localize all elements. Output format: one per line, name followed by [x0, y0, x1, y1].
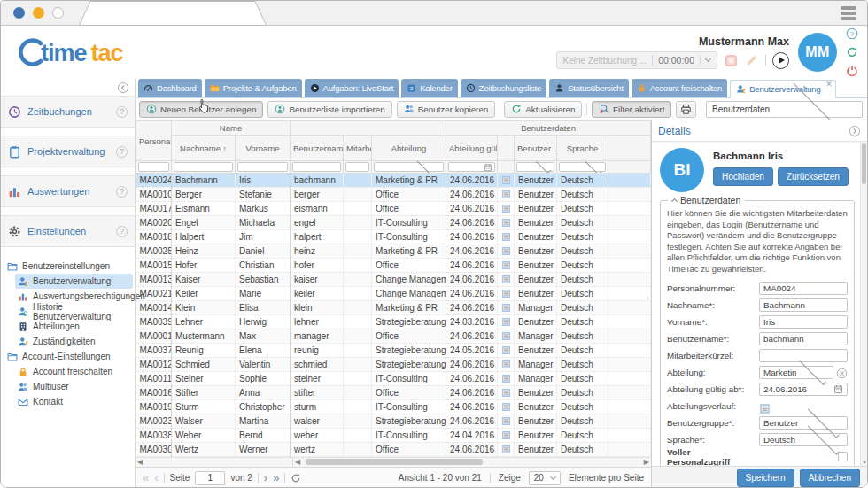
import-user-list-button[interactable]: Benutzerliste importieren	[267, 101, 391, 118]
personalnummer-field[interactable]	[759, 282, 848, 295]
department-history-button[interactable]	[501, 218, 511, 228]
department-history-button[interactable]	[501, 289, 511, 298]
tab-account-freischalten[interactable]: Account freischalten	[632, 79, 728, 97]
abteilung-gueltig-ab-date-field[interactable]: 24.06.2016	[759, 383, 848, 396]
start-tracking-button[interactable]	[772, 52, 789, 69]
department-history-button[interactable]	[501, 232, 511, 242]
filter-select-abteilung[interactable]	[374, 162, 444, 172]
department-history-button[interactable]	[501, 430, 511, 440]
table-row[interactable]: MA0025HeinzDanielheinzMarketing & PR24.0…	[136, 244, 651, 259]
table-row[interactable]: MA0015HoferChristianhoferOffice24.06.201…	[136, 259, 651, 273]
tab-kalender[interactable]: Kalender	[401, 79, 457, 97]
panel-splitter-handle[interactable]: ›	[647, 294, 649, 302]
logout-power-icon[interactable]	[846, 65, 858, 77]
department-history-button[interactable]	[501, 190, 511, 199]
chevron-down-icon[interactable]	[705, 56, 711, 62]
clear-selection-icon[interactable]	[836, 365, 848, 381]
sidebar-item-projektverwaltung[interactable]: Projektverwaltung?	[1, 136, 135, 167]
tree-item-benutzereinstellungen[interactable]: Benutzereinstellungen	[4, 259, 133, 274]
table-row[interactable]: MA0020EngelMichaelaengelIT-Consulting24.…	[136, 216, 651, 230]
time-tracking-widget[interactable]: Keine Zeitbuchung ... 00:00:00	[556, 51, 717, 69]
tab-aufgaben-livestart[interactable]: Aufgaben: LiveStart	[305, 79, 399, 97]
tab-zeitbuchungsliste[interactable]: Zeitbuchungsliste	[461, 79, 547, 97]
department-history-button[interactable]	[501, 275, 511, 284]
department-history-button[interactable]	[501, 260, 511, 270]
table-row[interactable]: MA0039LehnerHerwiglehnerStrategieberatun…	[136, 315, 651, 329]
vorname-field[interactable]	[759, 315, 848, 329]
table-row[interactable]: MA0024BachmannIrisbachmannMarketing & PR…	[136, 174, 651, 188]
filter-input-personalnummer[interactable]	[138, 162, 169, 172]
details-expand-icon[interactable]	[849, 125, 861, 137]
help-icon[interactable]: ?	[116, 186, 128, 198]
new-user-button[interactable]: Neuen Benutzer anlegen	[139, 101, 263, 118]
filter-date-gueltig-ab[interactable]	[448, 162, 495, 172]
tree-item-account-freischalten[interactable]: Account freischalten	[15, 364, 133, 379]
print-button[interactable]	[676, 101, 696, 118]
scrollbar-thumb[interactable]	[306, 459, 483, 465]
collapse-section-icon[interactable]	[671, 198, 678, 204]
help-icon[interactable]: ?	[116, 146, 128, 158]
scroll-down-arrow[interactable]: ▼	[862, 460, 867, 465]
table-row[interactable]: MA0016StifterAnnastifterOffice24.06.2016…	[136, 386, 651, 400]
filter-input-benutzername[interactable]	[292, 162, 341, 172]
sidebar-item-auswertungen[interactable]: Auswertungen?	[1, 175, 135, 207]
column-header-verlauf[interactable]: Benutzer...	[515, 136, 557, 161]
department-history-button[interactable]	[501, 303, 511, 313]
window-control-maximize[interactable]	[52, 7, 64, 19]
column-header-benutzername[interactable]: Benutzername	[291, 136, 344, 161]
department-history-button[interactable]	[501, 374, 511, 383]
abteilungsverlauf-button[interactable]	[759, 400, 771, 412]
window-control-minimize[interactable]	[33, 7, 44, 19]
sidebar-item-zeitbuchungen[interactable]: Zeitbuchungen?	[1, 96, 135, 128]
table-row[interactable]: MA0011SteinerSophiesteinerIT-Consulting2…	[136, 372, 651, 386]
scrollbar-thumb[interactable]	[862, 143, 866, 184]
column-header-abteilung-gueltig-ab[interactable]: Abteilung gültig ab	[446, 136, 498, 161]
tree-item-account-einstellungen[interactable]: Account-Einstellungen	[4, 349, 133, 364]
column-header-mitarbeiterkuerzel[interactable]: Mitarbe...	[344, 136, 372, 161]
tree-item-abteilungen[interactable]: Abteilungen	[15, 319, 133, 334]
column-header-benutzergruppe[interactable]: Sprache	[557, 136, 608, 161]
filter-input-nachname[interactable]	[174, 162, 233, 172]
page-size-select[interactable]: 20	[529, 471, 561, 485]
filter-select-sprache[interactable]	[559, 162, 606, 172]
sidebar-item-einstellungen[interactable]: Einstellungen?	[1, 215, 135, 247]
table-row[interactable]: MA0019SturmChristophersturmIT-Consulting…	[136, 400, 651, 414]
table-row[interactable]: MA0021KeilerMariekeilerChange Management…	[136, 287, 651, 301]
voller-personalzugriff-checkbox[interactable]	[838, 452, 848, 461]
table-row[interactable]: MA0037ReunigElenareunigStrategieberatung…	[136, 344, 651, 358]
browser-menu-icon[interactable]	[841, 6, 856, 20]
table-row[interactable]: MA0010BergerStefaniebergerOffice24.06.20…	[136, 188, 651, 202]
benutzergruppe-select[interactable]: Benutzer	[759, 416, 848, 430]
department-history-button[interactable]	[501, 416, 511, 426]
table-row[interactable]: MA0038WeberBerndweberIT-Consulting24.04.…	[136, 429, 651, 443]
table-row[interactable]: MA0018HalpertJimhalpertIT-Consulting24.0…	[136, 230, 651, 244]
last-page-button[interactable]: »	[273, 472, 279, 484]
filter-input-vorname[interactable]	[237, 162, 288, 172]
first-page-button[interactable]: «	[143, 472, 149, 484]
department-history-button[interactable]	[501, 175, 511, 185]
help-icon[interactable]	[846, 27, 858, 40]
department-history-button[interactable]	[501, 204, 511, 213]
save-button[interactable]: Speichern	[737, 469, 794, 487]
tab-statusübersicht[interactable]: Statusübersicht	[549, 79, 628, 97]
reload-icon[interactable]	[846, 46, 858, 58]
tab-projekte-aufgaben[interactable]: Projekte & Aufgaben	[205, 79, 302, 97]
table-row[interactable]: MA0013KaiserSebastiankaiserChange Manage…	[136, 273, 651, 287]
abteilung-select[interactable]: Marketing & PR	[759, 366, 833, 379]
column-header-nachname[interactable]: Nachname ↑	[172, 136, 236, 161]
department-history-button[interactable]	[501, 445, 511, 454]
help-icon[interactable]: ?	[116, 226, 128, 237]
cancel-button[interactable]: Abbrechen	[800, 469, 860, 487]
tree-item-kontakt[interactable]: Kontakt	[15, 394, 133, 409]
next-page-button[interactable]: ›	[264, 472, 267, 484]
tree-item-multiuser[interactable]: Multiuser	[15, 379, 133, 394]
table-row[interactable]: MA0001MustermannMaxmanagerOffice24.06.20…	[136, 329, 651, 344]
column-header-abteilung[interactable]: Abteilung	[372, 136, 446, 161]
table-row[interactable]: MA0014KleinElisakleinMarketing & PR24.06…	[136, 301, 651, 315]
view-select[interactable]: Benutzerdaten	[706, 101, 863, 118]
filter-active-button[interactable]: Filter aktiviert	[592, 101, 671, 118]
filter-select-benutzergruppe[interactable]	[516, 162, 554, 172]
department-history-button[interactable]	[501, 345, 511, 355]
window-control-close[interactable]	[13, 7, 25, 19]
horizontal-scrollbar[interactable]: ◀ ◀▶	[136, 457, 651, 467]
